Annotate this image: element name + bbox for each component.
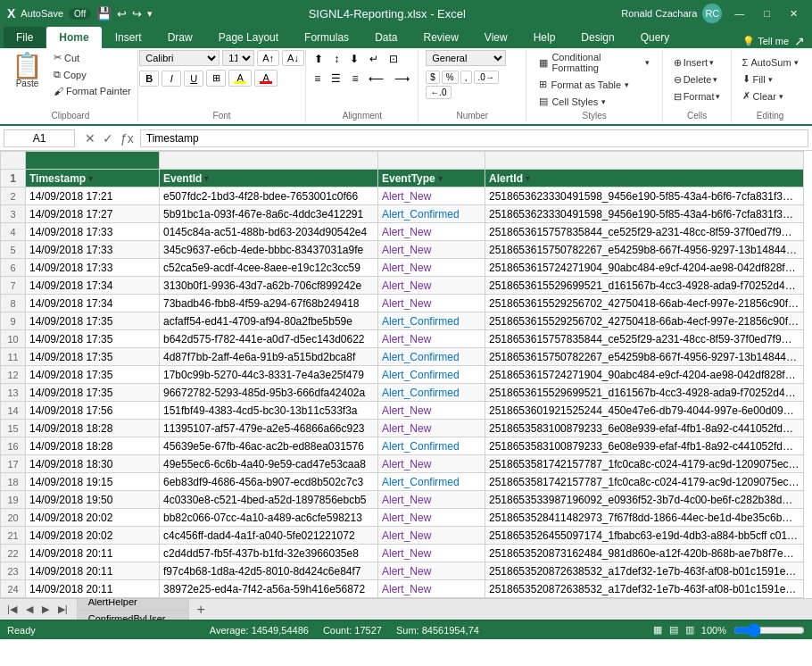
timestamp-cell[interactable]: 14/09/2018 17:27	[26, 205, 160, 223]
merge-button[interactable]: ⊡	[385, 50, 402, 68]
eventid-cell[interactable]: 0145c84a-ac51-488b-bd63-2034d90542e4	[160, 223, 378, 241]
eventid-cell[interactable]: 73badb46-fbb8-4f59-a294-67f68b249418	[160, 295, 378, 312]
close-button[interactable]: ✕	[783, 6, 805, 21]
alertid-cell[interactable]: 2518653581742157787_1fc0ca8c-c024-4179-a…	[485, 473, 804, 491]
eventtype-filter-button[interactable]: ▾	[438, 174, 443, 183]
decrease-decimal-button[interactable]: ←.0	[426, 86, 451, 99]
alertid-cell[interactable]: 2518653615529256702_42750418-66ab-4ecf-9…	[485, 312, 804, 330]
tab-help[interactable]: Help	[521, 27, 568, 48]
redo-icon[interactable]: ↪	[132, 7, 142, 21]
eventtype-cell[interactable]: Alert_New	[378, 295, 485, 312]
sheet-tab-alerthelper[interactable]: AlertHelper	[77, 598, 190, 610]
eventtype-cell[interactable]: Alert_New	[378, 509, 485, 527]
alertid-cell[interactable]: 2518653533987196092_e0936f52-3b7d-4c00-b…	[485, 491, 804, 509]
tab-formulas[interactable]: Formulas	[292, 27, 361, 48]
paste-button[interactable]: 📋 Paste	[6, 50, 48, 92]
alertid-filter-button[interactable]: ▾	[526, 174, 530, 183]
eventid-filter-button[interactable]: ▾	[204, 174, 209, 183]
format-button[interactable]: ⊟ Format ▾	[668, 89, 726, 104]
eventtype-cell[interactable]: Alert_New	[378, 545, 485, 562]
alertid-cell[interactable]: 2518653615529256702_42750418-66ab-4ecf-9…	[485, 295, 804, 312]
zoom-slider[interactable]	[733, 623, 805, 637]
format-painter-button[interactable]: 🖌 Format Painter	[50, 84, 135, 98]
timestamp-cell[interactable]: 14/09/2018 20:11	[26, 580, 160, 598]
timestamp-cell[interactable]: 14/09/2018 17:35	[26, 384, 160, 402]
increase-font-button[interactable]: A↑	[257, 50, 279, 66]
cut-button[interactable]: ✂ Cut	[50, 50, 135, 65]
timestamp-cell[interactable]: 14/09/2018 20:11	[26, 562, 160, 580]
page-layout-view-button[interactable]: ▤	[669, 624, 678, 636]
tab-file[interactable]: File	[4, 27, 46, 48]
tell-me-button[interactable]: 💡 Tell me	[742, 36, 789, 47]
percent-button[interactable]: %	[442, 71, 459, 84]
comma-button[interactable]: ,	[460, 71, 472, 84]
eventtype-cell[interactable]: Alert_New	[378, 491, 485, 509]
timestamp-cell[interactable]: 14/09/2018 20:02	[26, 509, 160, 527]
copy-button[interactable]: ⧉ Copy	[50, 67, 135, 82]
timestamp-cell[interactable]: 14/09/2018 17:35	[26, 330, 160, 348]
font-size-select[interactable]: 11	[222, 50, 254, 66]
timestamp-cell[interactable]: 14/09/2018 20:02	[26, 527, 160, 545]
cell-reference-input[interactable]	[4, 129, 75, 147]
fill-button[interactable]: ⬇Fill▾	[737, 71, 778, 87]
autosave-toggle[interactable]: Off	[69, 8, 91, 20]
align-left-button[interactable]: ≡	[310, 70, 325, 87]
eventtype-cell[interactable]: Alert_New	[378, 187, 485, 205]
eventid-cell[interactable]: acfaff54-ed41-4709-af94-80a2fbe5b59e	[160, 312, 378, 330]
alertid-cell[interactable]: 2518653526455097174_1fbabc63-e19d-4db3-a…	[485, 527, 804, 545]
timestamp-cell[interactable]: 14/09/2018 17:35	[26, 366, 160, 384]
alertid-cell[interactable]: 2518653583100879233_6e08e939-efaf-4fb1-8…	[485, 437, 804, 455]
alertid-cell[interactable]: 2518653581742157787_1fc0ca8c-c024-4179-a…	[485, 455, 804, 473]
tab-query[interactable]: Query	[628, 27, 683, 48]
col-header-c[interactable]	[378, 152, 485, 170]
eventtype-cell[interactable]: Alert_Confirmed	[378, 384, 485, 402]
eventid-cell[interactable]: 3130b0f1-9936-43d7-a62b-706cf899242e	[160, 277, 378, 295]
alertid-cell[interactable]: 2518653520873162484_981d860e-a12f-420b-8…	[485, 545, 804, 562]
save-icon[interactable]: 💾	[96, 6, 112, 21]
alertid-cell[interactable]: 2518653615757835844_ce525f29-a231-48cc-8…	[485, 330, 804, 348]
delete-button[interactable]: ⊖ Delete ▾	[668, 72, 724, 87]
col-header-b[interactable]	[160, 152, 378, 170]
eventid-cell[interactable]: 151fbf49-4383-4cd5-bc30-13b11c533f3a	[160, 402, 378, 420]
cell-styles-button[interactable]: ▤ Cell Styles ▾	[534, 94, 611, 109]
tab-home[interactable]: Home	[46, 27, 101, 48]
insert-function-button[interactable]: ƒx	[118, 131, 137, 146]
decrease-indent-button[interactable]: ⟵	[364, 70, 388, 87]
timestamp-cell[interactable]: 14/09/2018 18:30	[26, 455, 160, 473]
header-alertid[interactable]: AlertId▾	[485, 170, 804, 187]
font-family-select[interactable]: Calibri	[139, 50, 220, 66]
prev-sheet-button[interactable]: ◀	[22, 603, 37, 616]
alertid-cell[interactable]: 2518653583100879233_6e08e939-efaf-4fb1-8…	[485, 420, 804, 437]
eventtype-cell[interactable]: Alert_New	[378, 455, 485, 473]
alertid-cell[interactable]: 2518653615750782267_e54259b8-667f-4956-9…	[485, 241, 804, 259]
eventtype-cell[interactable]: Alert_New	[378, 420, 485, 437]
eventid-cell[interactable]: b642d575-f782-441e-a0d7-d5ec143d0622	[160, 330, 378, 348]
timestamp-cell[interactable]: 14/09/2018 17:21	[26, 187, 160, 205]
timestamp-cell[interactable]: 14/09/2018 17:35	[26, 348, 160, 366]
eventtype-cell[interactable]: Alert_Confirmed	[378, 348, 485, 366]
share-button[interactable]: ↗	[794, 34, 805, 48]
timestamp-cell[interactable]: 14/09/2018 17:34	[26, 277, 160, 295]
align-top-button[interactable]: ⬆	[310, 50, 327, 68]
cancel-formula-button[interactable]: ✕	[82, 131, 98, 146]
timestamp-cell[interactable]: 14/09/2018 19:50	[26, 491, 160, 509]
eventid-cell[interactable]: 11395107-af57-479e-a2e5-46866a66c923	[160, 420, 378, 437]
timestamp-cell[interactable]: 14/09/2018 17:33	[26, 259, 160, 277]
timestamp-cell[interactable]: 14/09/2018 19:15	[26, 473, 160, 491]
alertid-cell[interactable]: 2518653623330491598_9456e190-5f85-43a4-b…	[485, 205, 804, 223]
eventtype-cell[interactable]: Alert_New	[378, 241, 485, 259]
eventid-cell[interactable]: 17b0c99b-5270-44c3-8331-7e4a3e25f479	[160, 366, 378, 384]
border-button[interactable]: ⊞	[206, 70, 226, 87]
alertid-cell[interactable]: 2518653528411482973_7f67f8dd-1866-44ec-b…	[485, 509, 804, 527]
last-sheet-button[interactable]: ▶|	[54, 603, 71, 616]
alertid-cell[interactable]: 2518653520872638532_a17def32-1e7b-463f-a…	[485, 580, 804, 598]
font-color-button[interactable]: A	[254, 70, 278, 87]
eventid-cell[interactable]: bb82c066-07cc-4a10-a489-ac6cfe598213	[160, 509, 378, 527]
eventid-cell[interactable]: 4c0330e8-c521-4bed-a52d-1897856ebcb5	[160, 491, 378, 509]
eventid-cell[interactable]: e507fdc2-1bd3-4f28-bdee-7653001c0f66	[160, 187, 378, 205]
header-eventid[interactable]: EventId▾	[160, 170, 378, 187]
alertid-cell[interactable]: 2518653623330491598_9456e190-5f85-43a4-b…	[485, 187, 804, 205]
timestamp-cell[interactable]: 14/09/2018 18:28	[26, 420, 160, 437]
col-header-a[interactable]	[26, 152, 160, 170]
alertid-cell[interactable]: 2518653615529699521_d161567b-4cc3-4928-a…	[485, 277, 804, 295]
